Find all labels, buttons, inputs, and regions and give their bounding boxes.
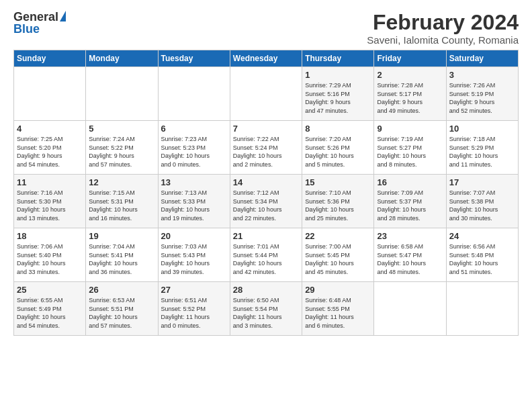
col-saturday: Saturday	[446, 50, 518, 67]
header-row: Sunday Monday Tuesday Wednesday Thursday…	[14, 50, 519, 67]
day-cell: 23Sunrise: 6:58 AM Sunset: 5:47 PM Dayli…	[374, 228, 446, 282]
day-cell: 25Sunrise: 6:55 AM Sunset: 5:49 PM Dayli…	[14, 282, 86, 336]
day-number: 9	[377, 124, 443, 134]
day-info: Sunrise: 6:50 AM Sunset: 5:54 PM Dayligh…	[233, 296, 299, 330]
day-info: Sunrise: 7:28 AM Sunset: 5:17 PM Dayligh…	[377, 81, 443, 115]
day-info: Sunrise: 7:06 AM Sunset: 5:40 PM Dayligh…	[17, 242, 83, 276]
day-info: Sunrise: 6:58 AM Sunset: 5:47 PM Dayligh…	[377, 242, 443, 276]
day-cell: 1Sunrise: 7:29 AM Sunset: 5:16 PM Daylig…	[302, 67, 374, 121]
week-row-3: 18Sunrise: 7:06 AM Sunset: 5:40 PM Dayli…	[14, 228, 519, 282]
calendar-table: Sunday Monday Tuesday Wednesday Thursday…	[13, 50, 519, 336]
col-tuesday: Tuesday	[158, 50, 230, 67]
logo-triangle-icon	[60, 11, 66, 21]
day-info: Sunrise: 6:51 AM Sunset: 5:52 PM Dayligh…	[161, 296, 227, 330]
day-number: 25	[17, 285, 83, 295]
day-number: 16	[377, 177, 443, 187]
day-number: 21	[233, 231, 299, 241]
day-info: Sunrise: 6:55 AM Sunset: 5:49 PM Dayligh…	[17, 296, 83, 330]
day-number: 8	[305, 124, 371, 134]
day-number: 10	[449, 124, 515, 134]
day-number: 24	[449, 231, 515, 241]
day-cell: 7Sunrise: 7:22 AM Sunset: 5:24 PM Daylig…	[230, 121, 302, 175]
day-info: Sunrise: 6:53 AM Sunset: 5:51 PM Dayligh…	[89, 296, 154, 330]
day-cell: 6Sunrise: 7:23 AM Sunset: 5:23 PM Daylig…	[158, 121, 230, 175]
day-cell	[14, 67, 86, 121]
col-wednesday: Wednesday	[230, 50, 302, 67]
day-info: Sunrise: 7:24 AM Sunset: 5:22 PM Dayligh…	[89, 135, 154, 169]
day-number: 15	[305, 177, 371, 187]
day-number: 23	[377, 231, 443, 241]
day-number: 20	[161, 231, 227, 241]
day-number: 29	[305, 285, 371, 295]
col-sunday: Sunday	[14, 50, 86, 67]
col-friday: Friday	[374, 50, 446, 67]
day-number: 18	[17, 231, 83, 241]
day-number: 7	[233, 124, 299, 134]
title-block: February 2024 Saveni, Ialomita County, R…	[367, 11, 519, 46]
day-cell: 15Sunrise: 7:10 AM Sunset: 5:36 PM Dayli…	[302, 175, 374, 228]
day-cell: 24Sunrise: 6:56 AM Sunset: 5:48 PM Dayli…	[446, 228, 518, 282]
day-cell: 29Sunrise: 6:48 AM Sunset: 5:55 PM Dayli…	[302, 282, 374, 336]
day-cell	[158, 67, 230, 121]
day-info: Sunrise: 7:16 AM Sunset: 5:30 PM Dayligh…	[17, 189, 83, 222]
day-info: Sunrise: 6:48 AM Sunset: 5:55 PM Dayligh…	[305, 296, 371, 330]
col-thursday: Thursday	[302, 50, 374, 67]
day-number: 2	[377, 70, 443, 80]
week-row-1: 4Sunrise: 7:25 AM Sunset: 5:20 PM Daylig…	[14, 121, 519, 175]
day-info: Sunrise: 7:25 AM Sunset: 5:20 PM Dayligh…	[17, 135, 83, 169]
day-info: Sunrise: 7:04 AM Sunset: 5:41 PM Dayligh…	[89, 242, 154, 276]
day-cell	[446, 282, 518, 336]
day-cell: 4Sunrise: 7:25 AM Sunset: 5:20 PM Daylig…	[14, 121, 86, 175]
day-cell	[230, 67, 302, 121]
day-cell: 9Sunrise: 7:19 AM Sunset: 5:27 PM Daylig…	[374, 121, 446, 175]
day-info: Sunrise: 7:23 AM Sunset: 5:23 PM Dayligh…	[161, 135, 227, 169]
day-info: Sunrise: 7:13 AM Sunset: 5:33 PM Dayligh…	[161, 189, 227, 222]
day-cell: 21Sunrise: 7:01 AM Sunset: 5:44 PM Dayli…	[230, 228, 302, 282]
day-cell: 11Sunrise: 7:16 AM Sunset: 5:30 PM Dayli…	[14, 175, 86, 228]
day-cell: 8Sunrise: 7:20 AM Sunset: 5:26 PM Daylig…	[302, 121, 374, 175]
week-row-0: 1Sunrise: 7:29 AM Sunset: 5:16 PM Daylig…	[14, 67, 519, 121]
day-cell: 17Sunrise: 7:07 AM Sunset: 5:38 PM Dayli…	[446, 175, 518, 228]
day-cell: 16Sunrise: 7:09 AM Sunset: 5:37 PM Dayli…	[374, 175, 446, 228]
day-cell: 13Sunrise: 7:13 AM Sunset: 5:33 PM Dayli…	[158, 175, 230, 228]
day-info: Sunrise: 7:22 AM Sunset: 5:24 PM Dayligh…	[233, 135, 299, 169]
logo-general: General	[13, 11, 58, 23]
subtitle: Saveni, Ialomita County, Romania	[367, 34, 519, 46]
day-cell: 14Sunrise: 7:12 AM Sunset: 5:34 PM Dayli…	[230, 175, 302, 228]
day-cell: 3Sunrise: 7:26 AM Sunset: 5:19 PM Daylig…	[446, 67, 518, 121]
day-cell: 2Sunrise: 7:28 AM Sunset: 5:17 PM Daylig…	[374, 67, 446, 121]
day-number: 5	[89, 124, 154, 134]
day-number: 17	[449, 177, 515, 187]
page-container: General Blue February 2024 Saveni, Ialom…	[0, 0, 532, 342]
day-info: Sunrise: 7:12 AM Sunset: 5:34 PM Dayligh…	[233, 189, 299, 222]
day-info: Sunrise: 7:03 AM Sunset: 5:43 PM Dayligh…	[161, 242, 227, 276]
day-info: Sunrise: 6:56 AM Sunset: 5:48 PM Dayligh…	[449, 242, 515, 276]
day-info: Sunrise: 7:29 AM Sunset: 5:16 PM Dayligh…	[305, 81, 371, 115]
day-cell	[86, 67, 158, 121]
day-cell: 10Sunrise: 7:18 AM Sunset: 5:29 PM Dayli…	[446, 121, 518, 175]
day-info: Sunrise: 7:26 AM Sunset: 5:19 PM Dayligh…	[449, 81, 515, 115]
day-number: 26	[89, 285, 154, 295]
day-cell: 5Sunrise: 7:24 AM Sunset: 5:22 PM Daylig…	[86, 121, 158, 175]
day-cell: 12Sunrise: 7:15 AM Sunset: 5:31 PM Dayli…	[86, 175, 158, 228]
day-number: 3	[449, 70, 515, 80]
week-row-4: 25Sunrise: 6:55 AM Sunset: 5:49 PM Dayli…	[14, 282, 519, 336]
logo-blue: Blue	[13, 23, 40, 35]
logo: General Blue	[13, 11, 66, 35]
day-cell: 19Sunrise: 7:04 AM Sunset: 5:41 PM Dayli…	[86, 228, 158, 282]
day-cell	[374, 282, 446, 336]
day-info: Sunrise: 7:15 AM Sunset: 5:31 PM Dayligh…	[89, 189, 154, 222]
day-cell: 20Sunrise: 7:03 AM Sunset: 5:43 PM Dayli…	[158, 228, 230, 282]
day-info: Sunrise: 7:00 AM Sunset: 5:45 PM Dayligh…	[305, 242, 371, 276]
day-number: 14	[233, 177, 299, 187]
day-number: 1	[305, 70, 371, 80]
day-number: 11	[17, 177, 83, 187]
day-number: 4	[17, 124, 83, 134]
day-info: Sunrise: 7:19 AM Sunset: 5:27 PM Dayligh…	[377, 135, 443, 169]
day-number: 6	[161, 124, 227, 134]
day-number: 27	[161, 285, 227, 295]
day-info: Sunrise: 7:09 AM Sunset: 5:37 PM Dayligh…	[377, 189, 443, 222]
day-cell: 27Sunrise: 6:51 AM Sunset: 5:52 PM Dayli…	[158, 282, 230, 336]
col-monday: Monday	[86, 50, 158, 67]
day-info: Sunrise: 7:01 AM Sunset: 5:44 PM Dayligh…	[233, 242, 299, 276]
